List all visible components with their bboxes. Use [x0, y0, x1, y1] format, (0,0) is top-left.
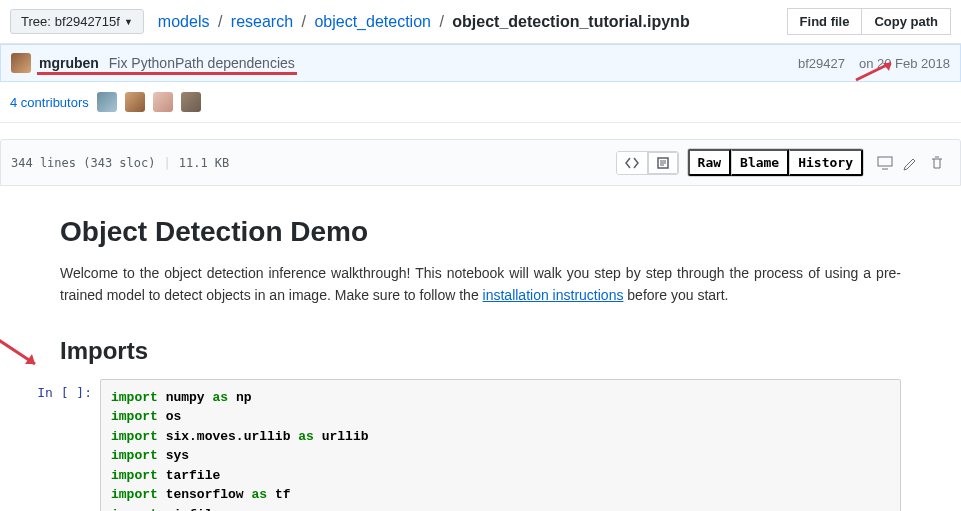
trash-icon[interactable]	[924, 150, 950, 176]
tree-label: Tree:	[21, 14, 51, 29]
commit-message[interactable]: Fix PythonPath dependencies	[109, 55, 295, 71]
desktop-icon[interactable]	[872, 150, 898, 176]
notebook-content: Object Detection Demo Welcome to the obj…	[0, 186, 961, 511]
commit-bar: mgruben Fix PythonPath dependencies bf29…	[0, 44, 961, 82]
breadcrumb-file: object_detection_tutorial.ipynb	[452, 13, 689, 30]
contributor-avatar[interactable]	[125, 92, 145, 112]
raw-button[interactable]: Raw	[688, 149, 731, 176]
edit-icon[interactable]	[898, 150, 924, 176]
code-cell[interactable]: import numpy as np import os import six.…	[100, 379, 901, 511]
separator: /	[439, 13, 443, 30]
input-prompt: In [ ]:	[30, 379, 100, 400]
notebook-intro: Welcome to the object detection inferenc…	[60, 262, 901, 307]
caret-down-icon: ▼	[124, 17, 133, 27]
arrow-annotation-icon	[851, 55, 901, 85]
tree-sha: bf2942715f	[55, 14, 120, 29]
copy-path-button[interactable]: Copy path	[862, 8, 951, 35]
code-cell-row: In [ ]: import numpy as np import os imp…	[30, 379, 901, 511]
breadcrumb-models[interactable]: models	[158, 13, 210, 30]
commit-sha[interactable]: bf29427	[798, 56, 845, 71]
separator: /	[218, 13, 222, 30]
history-button[interactable]: History	[789, 149, 863, 176]
imports-heading: Imports	[60, 337, 901, 365]
contributor-avatar[interactable]	[181, 92, 201, 112]
separator: /	[302, 13, 306, 30]
file-header: 344 lines (343 sloc) | 11.1 KB Raw Blame…	[0, 139, 961, 186]
notebook-title: Object Detection Demo	[60, 216, 901, 248]
commit-author-msg: mgruben Fix PythonPath dependencies	[39, 55, 295, 71]
intro-text: Welcome to the object detection inferenc…	[60, 265, 901, 303]
author-avatar[interactable]	[11, 53, 31, 73]
find-file-button[interactable]: Find file	[787, 8, 863, 35]
contributor-avatar[interactable]	[97, 92, 117, 112]
file-lines: 344 lines (343 sloc)	[11, 156, 156, 170]
blame-button[interactable]: Blame	[731, 149, 789, 176]
divider: |	[164, 156, 171, 170]
view-toggle	[616, 151, 679, 175]
intro-text-after: before you start.	[623, 287, 728, 303]
top-bar: Tree: bf2942715f ▼ models / research / o…	[0, 0, 961, 44]
file-actions: Raw Blame History	[616, 148, 950, 177]
top-actions: Find file Copy path	[787, 8, 951, 35]
rendered-view-button[interactable]	[647, 152, 678, 174]
contributors-link[interactable]: 4 contributors	[10, 95, 89, 110]
contributor-avatar[interactable]	[153, 92, 173, 112]
breadcrumb: models / research / object_detection / o…	[158, 13, 690, 31]
breadcrumb-research[interactable]: research	[231, 13, 293, 30]
breadcrumb-object-detection[interactable]: object_detection	[314, 13, 431, 30]
tree-select-button[interactable]: Tree: bf2942715f ▼	[10, 9, 144, 34]
arrow-annotation-icon	[0, 316, 50, 376]
file-size: 11.1 KB	[179, 156, 230, 170]
commit-author[interactable]: mgruben	[39, 55, 99, 71]
source-view-button[interactable]	[617, 152, 647, 174]
svg-rect-4	[878, 157, 892, 166]
contributors-row: 4 contributors	[0, 82, 961, 123]
file-button-group: Raw Blame History	[687, 148, 864, 177]
installation-link[interactable]: installation instructions	[483, 287, 624, 303]
